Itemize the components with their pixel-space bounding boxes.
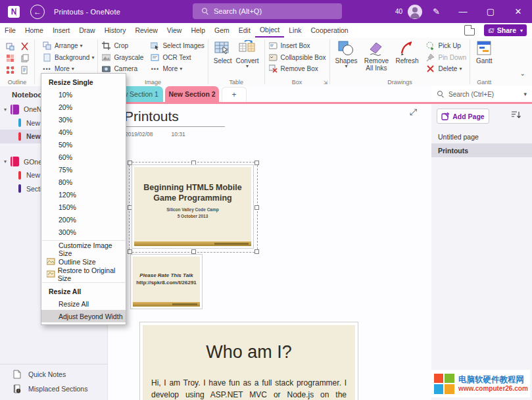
resize-75[interactable]: 75% (41, 163, 126, 176)
resize-40[interactable]: 40% (41, 126, 126, 138)
delete-button[interactable]: Delete▾ (425, 63, 466, 75)
collapsible-box-button[interactable]: Collapsible Box (268, 52, 326, 64)
shapes-button[interactable]: Shapes ▾ (333, 39, 360, 69)
ink-pen-icon[interactable]: ✎ (433, 7, 440, 16)
remove-box-button[interactable]: Remove Box (268, 63, 326, 75)
insert-box-icon (268, 41, 278, 50)
insert-box-button[interactable]: Insert Box (268, 40, 326, 52)
printout-slide-title[interactable]: Beginning HTML5 Mobile Game Programming … (132, 164, 254, 249)
chevron-down-icon[interactable]: ▾ (0, 107, 11, 113)
back-arrow-icon[interactable]: ← (30, 5, 45, 19)
expand-arrows-icon[interactable]: ⤢ (410, 107, 417, 118)
ribbon-group-gantt: Gantt Gantt (470, 38, 498, 86)
refresh-button[interactable]: Refresh (393, 39, 420, 65)
menu-object[interactable]: Object (255, 23, 284, 38)
menu-home[interactable]: Home (20, 23, 48, 38)
table-select-button[interactable]: Select (212, 39, 234, 65)
resize-30[interactable]: 30% (41, 113, 126, 126)
page-title[interactable]: Printouts (124, 109, 225, 127)
eraser-icon (368, 40, 385, 57)
pick-up-icon (425, 41, 435, 50)
menu-link[interactable]: Link (284, 23, 306, 38)
add-page-button[interactable]: Add Page (437, 109, 489, 124)
resize-150[interactable]: 150% (41, 201, 126, 213)
resize-300[interactable]: 300% (41, 226, 126, 238)
chevron-down-icon[interactable]: ▾ (523, 91, 527, 97)
window-page-icon[interactable] (464, 25, 475, 36)
menu-review[interactable]: Review (130, 23, 162, 38)
outline-tool-icon-6[interactable] (19, 64, 30, 76)
outline-tool-icon-1[interactable] (5, 41, 15, 52)
arrange-icon (42, 41, 52, 50)
sort-descending-icon[interactable] (511, 111, 521, 122)
outline-tool-icon-5[interactable] (5, 64, 15, 76)
restore-original-size-item[interactable]: Restore to Original Size (41, 268, 126, 280)
restore-size-icon (47, 270, 58, 278)
section-bar-icon (18, 171, 21, 180)
menu-gem[interactable]: Gem (210, 23, 234, 38)
slide3-title: Who am I? (143, 325, 355, 362)
resize-120[interactable]: 120% (41, 188, 126, 201)
menu-cooperation[interactable]: Cooperation (306, 23, 353, 38)
menu-view[interactable]: View (162, 23, 187, 38)
minimize-icon[interactable]: — (449, 0, 477, 23)
resize-10[interactable]: 10% (41, 88, 126, 101)
add-section-tab[interactable]: + (222, 87, 247, 102)
gantt-button[interactable]: Gantt (473, 39, 495, 65)
printout-slide-rate[interactable]: Please Rate This Talk http://spkr8.com/t… (130, 254, 203, 309)
chevron-down-icon[interactable]: ▾ (0, 159, 11, 164)
quick-notes-item[interactable]: Quick Notes (0, 367, 107, 382)
onenote-app-icon: N (8, 6, 20, 18)
menubar: File Home Insert Draw History Review Vie… (0, 23, 532, 38)
search-placeholder: Search (Alt+Q) (214, 7, 262, 15)
ribbon-group-outline: Outline (0, 38, 34, 86)
crop-button[interactable]: Crop (101, 40, 143, 52)
section-bar-icon (18, 118, 21, 127)
camera-icon (101, 64, 111, 73)
remove-all-inks-button[interactable]: Remove All Inks (359, 39, 393, 72)
page-item-untitled[interactable]: Untitled page (431, 130, 532, 143)
tab-new-section-2[interactable]: New Section 2 (165, 86, 219, 102)
ribbon-group-table: Select Convert ▾ Table (208, 38, 264, 86)
close-icon[interactable]: ✕ (504, 0, 532, 23)
pages-search-input[interactable]: Search (Ctrl+E) ▾ (431, 86, 532, 104)
menu-history[interactable]: History (100, 23, 131, 38)
slide1-title: Beginning HTML5 Mobile Game Programming (134, 167, 251, 203)
collapse-ribbon-icon[interactable]: ⌄ (520, 70, 525, 77)
menu-file[interactable]: File (0, 23, 20, 38)
resize-50[interactable]: 50% (41, 138, 126, 151)
misplaced-sections-item[interactable]: ! Misplaced Sections (0, 382, 107, 396)
resize-all-item[interactable]: Resize All (41, 297, 126, 310)
adjust-beyond-width-item[interactable]: Adjust Beyond Width (41, 310, 126, 322)
more-image-button[interactable]: ••• More▾ (150, 63, 204, 75)
menu-draw[interactable]: Draw (74, 23, 100, 38)
user-avatar[interactable] (408, 5, 422, 19)
global-search-input[interactable]: Search (Alt+Q) (193, 3, 342, 19)
ocr-text-button[interactable]: OCR Text (150, 52, 204, 64)
menu-help[interactable]: Help (186, 23, 210, 38)
menu-edit[interactable]: Edit (234, 23, 255, 38)
arrange-button[interactable]: Arrange▾ (42, 40, 94, 52)
maximize-icon[interactable]: ▢ (477, 0, 504, 23)
resize-80[interactable]: 80% (41, 176, 126, 188)
page-item-printouts[interactable]: Printouts (431, 143, 532, 157)
remove-box-icon (268, 64, 278, 73)
outline-tool-icon-3[interactable] (5, 53, 15, 64)
share-button[interactable]: 🖅 Share ▾ (484, 24, 527, 36)
menu-insert[interactable]: Insert (48, 23, 74, 38)
resize-200[interactable]: 200% (41, 213, 126, 226)
table-convert-button[interactable]: Convert ▾ (234, 39, 261, 69)
outline-tool-icon-2[interactable] (19, 41, 30, 52)
customize-image-size-item[interactable]: Customize Image Size (41, 243, 126, 255)
resize-60[interactable]: 60% (41, 151, 126, 163)
background-button[interactable]: Background▾ (42, 52, 94, 64)
watermark-site-url: www.computer26.com (458, 385, 528, 392)
pick-up-button[interactable]: Pick Up (425, 40, 466, 52)
outline-tool-icon-4[interactable] (19, 53, 30, 64)
select-images-button[interactable]: Select Images (150, 40, 204, 52)
ribbon-group-box: Insert Box Collapsible Box Remove Box Bo… (265, 38, 329, 86)
box-dialog-launcher-icon[interactable]: ⇲ (324, 80, 328, 86)
grayscale-button[interactable]: Grayscale (101, 52, 143, 64)
resize-20[interactable]: 20% (41, 101, 126, 113)
printout-slide-who-am-i[interactable]: Who am I? Hi, I am Troy. I have fun as a… (139, 322, 358, 400)
